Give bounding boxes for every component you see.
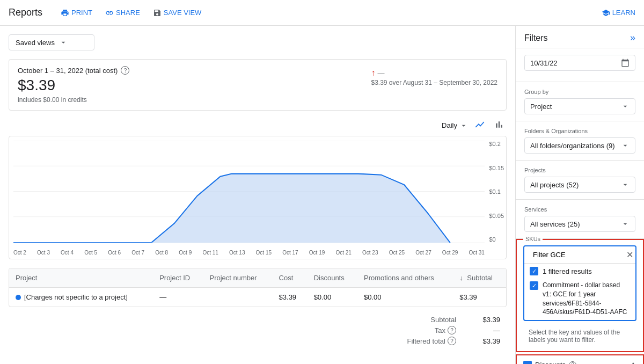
line-chart-icon: [474, 119, 485, 130]
chart-wrapper: $0.2 $0.15 $0.1 $0.05 $0 Oct 2 Oct: [9, 136, 507, 259]
col-subtotal: ↓ Subtotal: [453, 268, 506, 288]
subtotal-cell: $3.39: [453, 288, 506, 307]
cost-help-icon[interactable]: ?: [121, 66, 129, 75]
x-label: Oct 25: [389, 250, 405, 256]
x-label: Oct 17: [282, 250, 298, 256]
chevron-down-icon: [59, 38, 68, 47]
col-project-number: Project number: [203, 268, 272, 288]
share-button[interactable]: SHARE: [100, 5, 145, 20]
folders-value: All folders/organizations (9): [530, 142, 615, 150]
discounts-collapse-button[interactable]: ∧: [630, 360, 636, 364]
discounts-cell: $0.00: [308, 288, 357, 307]
group-by-value: Project: [530, 103, 552, 111]
sku-filter-input[interactable]: [533, 251, 623, 259]
filtered-total-help-icon[interactable]: ?: [448, 337, 456, 345]
x-label: Oct 7: [131, 250, 144, 256]
chevron-down-icon: [621, 141, 630, 150]
x-label: Oct 19: [309, 250, 325, 256]
save-icon: [153, 9, 162, 17]
subtotal-label: Subtotal: [430, 316, 456, 324]
group-by-select[interactable]: Project: [524, 98, 635, 114]
services-label: Services: [524, 206, 635, 213]
save-view-label: SAVE VIEW: [164, 9, 202, 17]
services-select[interactable]: All services (25): [524, 216, 635, 232]
results-checkbox[interactable]: [530, 267, 538, 275]
projects-value: All projects (52): [530, 181, 579, 189]
subtotal-value: $3.39: [473, 316, 500, 324]
calendar-icon: [621, 59, 630, 67]
bar-chart-icon: [494, 119, 504, 130]
totals-section: Subtotal $3.39 Tax ? — Filtered total ? …: [9, 311, 507, 350]
learn-button[interactable]: LEARN: [602, 9, 635, 17]
filtered-total-value: $3.39: [473, 337, 500, 345]
project-name: [Charges not specific to a project]: [24, 293, 128, 301]
discounts-help-icon[interactable]: ?: [569, 361, 576, 364]
save-view-button[interactable]: SAVE VIEW: [148, 5, 207, 20]
x-label: Oct 8: [155, 250, 168, 256]
x-label: Oct 9: [179, 250, 192, 256]
filter-note: Select the key and values of the labels …: [523, 325, 636, 347]
x-label: Oct 13: [229, 250, 245, 256]
cost-amount: $3.39: [18, 77, 306, 94]
delta-dash: —: [377, 69, 384, 77]
sidebar-title: Filters: [524, 33, 548, 43]
bar-chart-button[interactable]: [492, 117, 507, 134]
x-label: Oct 15: [256, 250, 272, 256]
sku-item-text: Commitment - dollar based v1: GCE for 1 …: [543, 281, 630, 317]
services-value: All services (25): [530, 220, 580, 228]
x-label: Oct 27: [415, 250, 431, 256]
y-label-3: $0.05: [489, 213, 504, 219]
x-label: Oct 2: [13, 250, 26, 256]
filtered-total-label: Filtered total: [407, 337, 445, 345]
chevron-down-small-icon: [459, 121, 468, 130]
col-promotions: Promotions and others: [357, 268, 453, 288]
x-label: Oct 11: [202, 250, 218, 256]
compare-text: $3.39 over August 31 – September 30, 202…: [371, 79, 497, 86]
cost-table: Project Project ID Project number Cost D…: [9, 268, 507, 307]
chevron-down-icon: [621, 180, 630, 189]
page-title: Reports: [9, 7, 42, 18]
share-label: SHARE: [116, 9, 140, 17]
folders-select[interactable]: All folders/organizations (9): [524, 137, 635, 154]
saved-views-label: Saved views: [16, 39, 55, 47]
col-discounts: Discounts: [308, 268, 357, 288]
cost-credits: includes $0.00 in credits: [18, 96, 306, 104]
sidebar-expand-button[interactable]: »: [630, 32, 635, 43]
promotions-cell: $0.00: [357, 288, 453, 307]
date-input[interactable]: 10/31/22: [524, 55, 635, 71]
projects-label: Projects: [524, 167, 635, 173]
projects-select[interactable]: All projects (52): [524, 177, 635, 193]
group-by-label: Group by: [524, 89, 635, 95]
col-project: Project: [9, 268, 153, 288]
credits-header: − Discounts ? ∧: [523, 360, 636, 364]
sort-icon: ↓: [459, 274, 463, 282]
minus-icon: −: [523, 361, 532, 364]
cost-period-label: October 1 – 31, 2022 (total cost): [18, 67, 118, 75]
line-chart-svg: [13, 141, 485, 243]
sku-item-checkbox[interactable]: [530, 281, 538, 290]
table-row: [Charges not specific to a project] — $3…: [9, 288, 506, 307]
filter-clear-button[interactable]: ✕: [626, 250, 633, 260]
tax-help-icon[interactable]: ?: [448, 326, 456, 334]
date-value: 10/31/22: [530, 59, 558, 67]
tax-value: —: [473, 326, 500, 334]
saved-views-select[interactable]: Saved views: [9, 34, 94, 50]
discounts-title: Discounts: [535, 361, 566, 364]
y-label-4: $0: [489, 236, 504, 243]
sku-filter-dropdown: ✕ 1 filtered results Commitment - dollar…: [523, 245, 636, 321]
chevron-down-icon: [621, 220, 630, 228]
line-chart-button[interactable]: [472, 117, 487, 134]
col-cost: Cost: [273, 268, 308, 288]
period-select-button[interactable]: Daily: [442, 121, 468, 130]
print-icon: [61, 9, 69, 17]
col-project-id: Project ID: [153, 268, 203, 288]
y-label-0: $0.2: [489, 141, 504, 147]
cost-cell: $3.39: [273, 288, 308, 307]
x-label: Oct 6: [108, 250, 121, 256]
print-button[interactable]: PRINT: [55, 5, 98, 20]
x-label: Oct 3: [37, 250, 50, 256]
x-label: Oct 21: [335, 250, 351, 256]
period-label: Daily: [442, 121, 457, 129]
tax-label: Tax: [435, 326, 445, 334]
y-label-2: $0.1: [489, 188, 504, 195]
